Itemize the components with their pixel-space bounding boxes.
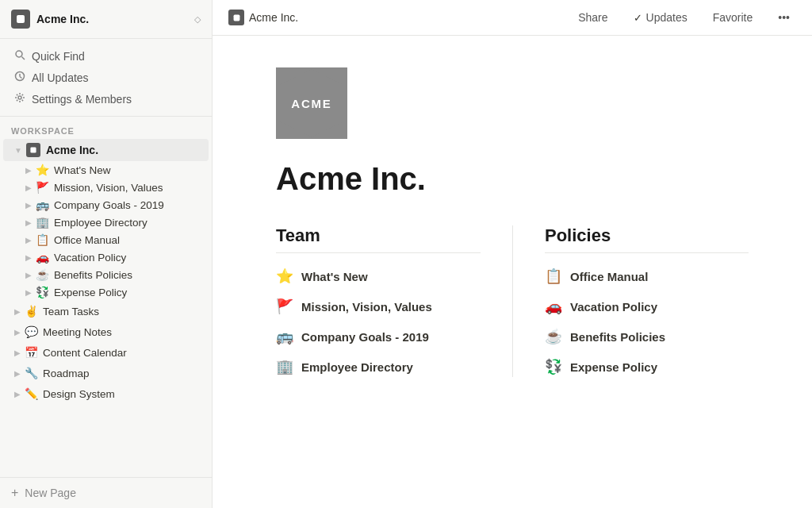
svg-line-2 <box>22 57 25 60</box>
tree-item-emoji: ☕ <box>36 268 49 281</box>
section-item-label: Mission, Vision, Values <box>301 300 432 314</box>
tree-item-emoji: 📋 <box>36 233 49 246</box>
top-level-item-label: Content Calendar <box>43 347 127 359</box>
breadcrumb-title: Acme Inc. <box>249 11 298 24</box>
team-item[interactable]: 🏢 Employee Directory <box>276 356 481 377</box>
acme-logo-text: ACME <box>291 97 331 110</box>
new-page-button[interactable]: + New Page <box>11 486 201 500</box>
section-item-label: Office Manual <box>570 270 648 283</box>
team-item[interactable]: 🚩 Mission, Vision, Values <box>276 296 481 317</box>
section-item-emoji: ☕ <box>545 328 562 345</box>
tree-arrow-icon: ▶ <box>25 166 32 175</box>
sidebar-item-meeting-notes[interactable]: ▶ 💬 Meeting Notes <box>3 321 209 342</box>
collapse-arrow-icon: ▼ <box>14 146 22 155</box>
sidebar-item-whats-new[interactable]: ▶ ⭐ What's New <box>3 161 209 179</box>
sidebar-item-all-updates[interactable]: All Updates <box>3 67 209 88</box>
tree-arrow-icon: ▶ <box>25 253 32 262</box>
sidebar-workspace-header[interactable]: Acme Inc. ◇ <box>0 0 212 39</box>
sidebar-item-label: Settings & Members <box>32 93 132 106</box>
acme-logo: ACME <box>276 67 347 139</box>
share-label: Share <box>578 11 607 24</box>
top-level-item-label: Team Tasks <box>43 306 99 318</box>
tree-arrow-icon: ▶ <box>25 288 32 297</box>
team-item[interactable]: 🚌 Company Goals - 2019 <box>276 326 481 347</box>
tree-arrow-icon: ▶ <box>25 183 32 192</box>
updates-label: Updates <box>646 11 688 24</box>
sidebar-item-vacation-policy[interactable]: ▶ 🚗 Vacation Policy <box>3 248 209 266</box>
breadcrumb-workspace-icon <box>228 10 244 25</box>
policy-item[interactable]: 🚗 Vacation Policy <box>545 296 749 317</box>
tree-item-label: Vacation Policy <box>54 252 126 264</box>
share-button[interactable]: Share <box>572 8 614 27</box>
sidebar-item-mission[interactable]: ▶ 🚩 Mission, Vision, Values <box>3 179 209 196</box>
sidebar-item-settings[interactable]: Settings & Members <box>3 88 209 110</box>
sidebar-footer: + New Page <box>0 477 212 508</box>
page-title: Acme Inc. <box>276 161 749 197</box>
sidebar-item-design-system[interactable]: ▶ ✏️ Design System <box>3 383 209 404</box>
policy-item[interactable]: 💱 Expense Policy <box>545 356 749 377</box>
more-options-button[interactable]: ••• <box>772 8 796 27</box>
sidebar-item-team-tasks[interactable]: ▶ ✌️ Team Tasks <box>3 301 209 321</box>
clock-icon <box>14 71 25 84</box>
tree-item-emoji: 🚌 <box>36 198 49 211</box>
tree-item-label: Mission, Vision, Values <box>54 182 163 194</box>
tree-item-label: Expense Policy <box>54 287 127 298</box>
sidebar-workspace-root[interactable]: ▼ Acme Inc. <box>3 139 209 161</box>
svg-point-1 <box>16 51 22 57</box>
top-level-item-emoji: ✏️ <box>25 387 38 400</box>
tree-item-label: Office Manual <box>54 234 120 246</box>
tree-item-label: Benefits Policies <box>54 269 132 281</box>
main-content: Acme Inc. Share ✓ Updates Favorite ••• <box>213 0 812 508</box>
section-item-emoji: 🚩 <box>276 298 293 315</box>
tree-item-emoji: 🚩 <box>36 181 49 194</box>
tree-item-emoji: ⭐ <box>36 164 49 176</box>
svg-point-6 <box>18 96 21 99</box>
svg-line-5 <box>20 77 22 79</box>
top-level-item-label: Roadmap <box>43 368 90 379</box>
plus-icon: + <box>11 486 18 500</box>
sidebar-workspace-title: Acme Inc. <box>36 13 194 25</box>
sidebar-nav: Quick Find All Updates Settings & Member… <box>0 39 212 117</box>
policies-items: 📋 Office Manual 🚗 Vacation Policy ☕ Bene… <box>545 266 749 377</box>
ellipsis-icon: ••• <box>778 11 790 24</box>
sidebar-tree-items: ▶ ⭐ What's New ▶ 🚩 Mission, Vision, Valu… <box>0 161 212 301</box>
tree-arrow-icon: ▶ <box>25 218 32 227</box>
sidebar-chevron-icon: ◇ <box>194 14 201 25</box>
section-item-label: Employee Directory <box>301 360 413 374</box>
acme-workspace-icon <box>26 143 40 157</box>
topbar: Acme Inc. Share ✓ Updates Favorite ••• <box>213 0 812 36</box>
top-level-arrow-icon: ▶ <box>14 348 21 357</box>
section-item-emoji: 💱 <box>545 358 562 375</box>
sidebar-item-benefits-policies[interactable]: ▶ ☕ Benefits Policies <box>3 266 209 283</box>
favorite-button[interactable]: Favorite <box>707 8 760 27</box>
section-item-label: What's New <box>301 270 368 283</box>
breadcrumb: Acme Inc. <box>228 10 572 25</box>
tree-item-label: Employee Directory <box>54 217 147 229</box>
svg-rect-7 <box>30 147 36 152</box>
policy-item[interactable]: ☕ Benefits Policies <box>545 326 749 347</box>
sidebar-item-employee-directory[interactable]: ▶ 🏢 Employee Directory <box>3 214 209 231</box>
sidebar-item-content-calendar[interactable]: ▶ 📅 Content Calendar <box>3 342 209 363</box>
policy-item[interactable]: 📋 Office Manual <box>545 266 749 287</box>
sidebar-item-roadmap[interactable]: ▶ 🔧 Roadmap <box>3 363 209 383</box>
sidebar-workspace-section: WORKSPACE ▼ Acme Inc. ▶ ⭐ What's New ▶ 🚩… <box>0 117 212 404</box>
tree-arrow-icon: ▶ <box>25 236 32 244</box>
sidebar-item-expense-policy[interactable]: ▶ 💱 Expense Policy <box>3 283 209 301</box>
section-item-label: Benefits Policies <box>570 330 665 344</box>
tree-item-emoji: 🚗 <box>36 251 49 264</box>
sidebar-item-office-manual[interactable]: ▶ 📋 Office Manual <box>3 231 209 248</box>
workspace-root-label: Acme Inc. <box>46 144 98 156</box>
section-item-emoji: 🚗 <box>545 298 562 315</box>
sidebar-item-label: All Updates <box>32 71 89 84</box>
tree-item-emoji: 💱 <box>36 286 49 298</box>
tree-arrow-icon: ▶ <box>25 201 32 210</box>
favorite-label: Favorite <box>713 11 753 24</box>
updates-button[interactable]: ✓ Updates <box>627 8 694 27</box>
sidebar-item-quick-find[interactable]: Quick Find <box>3 45 209 67</box>
tree-arrow-icon: ▶ <box>25 271 32 279</box>
sidebar: Acme Inc. ◇ Quick Find All Updates <box>0 0 213 508</box>
team-item[interactable]: ⭐ What's New <box>276 266 481 287</box>
svg-rect-0 <box>17 15 25 23</box>
svg-rect-8 <box>233 14 239 21</box>
sidebar-item-company-goals[interactable]: ▶ 🚌 Company Goals - 2019 <box>3 196 209 214</box>
